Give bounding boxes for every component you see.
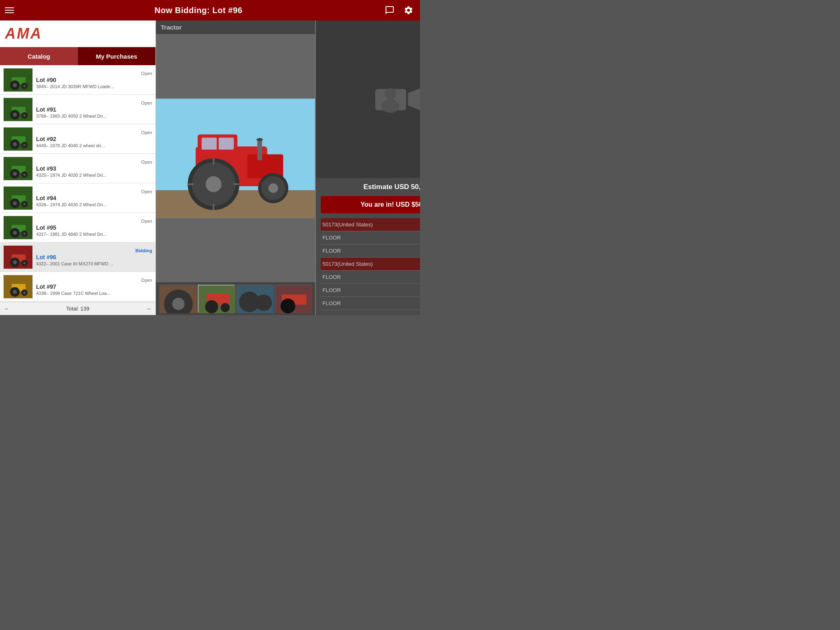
strip-thumbnail-t3[interactable] (236, 285, 273, 313)
svg-point-82 (385, 88, 396, 100)
svg-point-15 (13, 142, 17, 146)
svg-rect-65 (257, 140, 262, 160)
lot-description: 4328– 1974 JD 4430 2 Wheel Dri... (36, 202, 130, 207)
bid-row: 50173(United States)USD $40,000 (321, 258, 420, 271)
lot-info: OpenLot #944328– 1974 JD 4430 2 Wheel Dr… (36, 189, 152, 207)
lot-thumbnail (3, 98, 33, 121)
svg-point-66 (256, 138, 263, 142)
top-bar: Now Bidding: Lot #96 (0, 0, 420, 21)
lot-item-lot93[interactable]: OpenLot #934325– 1974 JD 4030 2 Wheel Dr… (0, 154, 155, 183)
video-area (316, 21, 420, 178)
svg-point-45 (13, 290, 17, 294)
bid-area: Estimate USD 50,000 You are in! USD $50,… (316, 178, 420, 315)
bidder-name: FLOOR (322, 235, 341, 241)
top-icons (383, 4, 415, 17)
center-header: Tractor (156, 21, 315, 34)
svg-point-27 (13, 201, 17, 205)
svg-point-69 (172, 298, 185, 310)
lot-item-lot96[interactable]: BiddingLot #964322– 2001 Case IH MX270 M… (0, 242, 155, 272)
tractor-svg (156, 34, 315, 282)
lot-item-lot92[interactable]: OpenLot #924449– 1979 JD 4040 2 wheel dr… (0, 124, 155, 154)
chat-icon[interactable] (383, 4, 396, 17)
tab-bar: Catalog My Purchases (0, 47, 155, 65)
svg-point-47 (23, 291, 26, 294)
bid-row: 50173(United States)USD $50,000 (321, 218, 420, 231)
svg-point-5 (23, 84, 26, 87)
svg-point-9 (13, 112, 17, 116)
lot-number: Lot #97 (36, 283, 152, 290)
lot-thumbnail (3, 68, 33, 92)
lot-description: 4322– 2001 Case IH MX270 MFWD ... (36, 261, 130, 266)
svg-point-41 (23, 262, 26, 264)
svg-point-21 (13, 171, 17, 176)
svg-point-17 (23, 144, 26, 146)
lot-list: OpenLot #903849– 2014 JD 3039R MFWD Load… (0, 65, 155, 302)
lot-info: OpenLot #954317– 1981 JD 4840 2 Wheel Dr… (36, 219, 152, 237)
lot-status: Open (36, 100, 152, 105)
lot-status: Open (36, 189, 152, 194)
bidder-name: 50173(United States) (322, 261, 373, 267)
lot-description: 3788– 1983 JD 4050 2 Wheel Dri... (36, 114, 130, 119)
lot-status: Open (36, 71, 152, 76)
svg-point-29 (23, 203, 26, 205)
right-panel: Estimate USD 50,000 You are in! USD $50,… (316, 21, 420, 315)
main-tractor-image (156, 34, 315, 282)
lot-number: Lot #92 (36, 136, 152, 142)
main-layout: AMA Catalog My Purchases OpenLot #903849… (0, 21, 420, 315)
lot-number: Lot #94 (36, 195, 152, 201)
strip-thumbnail-t4[interactable] (275, 285, 312, 313)
lot-number: Lot #91 (36, 106, 152, 113)
lot-status: Open (36, 160, 152, 164)
svg-point-73 (221, 303, 230, 312)
left-panel: AMA Catalog My Purchases OpenLot #903849… (0, 21, 156, 315)
svg-point-57 (205, 176, 221, 192)
svg-point-3 (13, 83, 17, 87)
lot-item-lot94[interactable]: OpenLot #944328– 1974 JD 4430 2 Wheel Dr… (0, 183, 155, 213)
lot-thumbnail (3, 275, 33, 299)
page-title: Now Bidding: Lot #96 (155, 6, 242, 15)
logo-area: AMA (0, 21, 155, 47)
lot-status: Bidding (36, 248, 152, 253)
center-panel: Tractor (156, 21, 316, 315)
tab-my-purchases[interactable]: My Purchases (78, 47, 156, 65)
lot-item-lot90[interactable]: OpenLot #903849– 2014 JD 3039R MFWD Load… (0, 65, 155, 95)
lot-thumbnail (3, 245, 33, 269)
lot-status: Open (36, 130, 152, 135)
tab-catalog[interactable]: Catalog (0, 47, 78, 65)
bid-row: FLOORUSD $47,500 (321, 231, 420, 244)
lot-item-lot97[interactable]: OpenLot #974338– 1999 Case 721C Wheel Lo… (0, 272, 155, 301)
lot-info: OpenLot #974338– 1999 Case 721C Wheel Lo… (36, 278, 152, 296)
lot-item-lot91[interactable]: OpenLot #913788– 1983 JD 4050 2 Wheel Dr… (0, 95, 155, 124)
bidder-name: FLOOR (322, 300, 341, 306)
lot-number: Lot #95 (36, 224, 152, 231)
lot-status: Open (36, 219, 152, 224)
bid-row: FLOORUSD $30,000 (321, 284, 420, 297)
menu-button[interactable] (5, 7, 14, 13)
svg-point-33 (13, 231, 17, 235)
lot-thumbnail (3, 157, 33, 180)
lot-info: OpenLot #903849– 2014 JD 3039R MFWD Load… (36, 71, 152, 89)
bidder-name: FLOOR (322, 287, 341, 293)
bid-row: FLOORUSD $35,000 (321, 271, 420, 284)
svg-point-72 (205, 300, 218, 313)
svg-point-35 (23, 232, 26, 235)
svg-point-39 (13, 260, 17, 264)
svg-point-79 (281, 299, 295, 313)
lot-info: BiddingLot #964322– 2001 Case IH MX270 M… (36, 248, 152, 266)
left-footer: – Total: 139 – (0, 302, 155, 315)
lot-number: Lot #93 (36, 165, 152, 172)
lot-description: 4449– 1979 JD 4040 2 wheel dri... (36, 143, 130, 148)
lot-description: 4325– 1974 JD 4030 2 Wheel Dri... (36, 173, 130, 178)
svg-marker-81 (408, 88, 420, 110)
lot-description: 3849– 2014 JD 3039R MFWD Loade... (36, 84, 130, 89)
strip-thumbnail-t1[interactable] (159, 285, 196, 313)
bid-row: FLOORUSD $45,000 (321, 244, 420, 258)
lot-description: 4317– 1981 JD 4840 2 Wheel Dri... (36, 232, 130, 237)
settings-icon[interactable] (402, 4, 415, 17)
bid-history: 50173(United States)USD $50,000FLOORUSD … (321, 218, 420, 310)
bidder-name: FLOOR (322, 248, 341, 254)
lot-info: OpenLot #913788– 1983 JD 4050 2 Wheel Dr… (36, 100, 152, 119)
lot-item-lot95[interactable]: OpenLot #954317– 1981 JD 4840 2 Wheel Dr… (0, 213, 155, 242)
you-are-in-button[interactable]: You are in! USD $50,000 (321, 196, 420, 213)
strip-thumbnail-t2[interactable] (198, 285, 235, 313)
